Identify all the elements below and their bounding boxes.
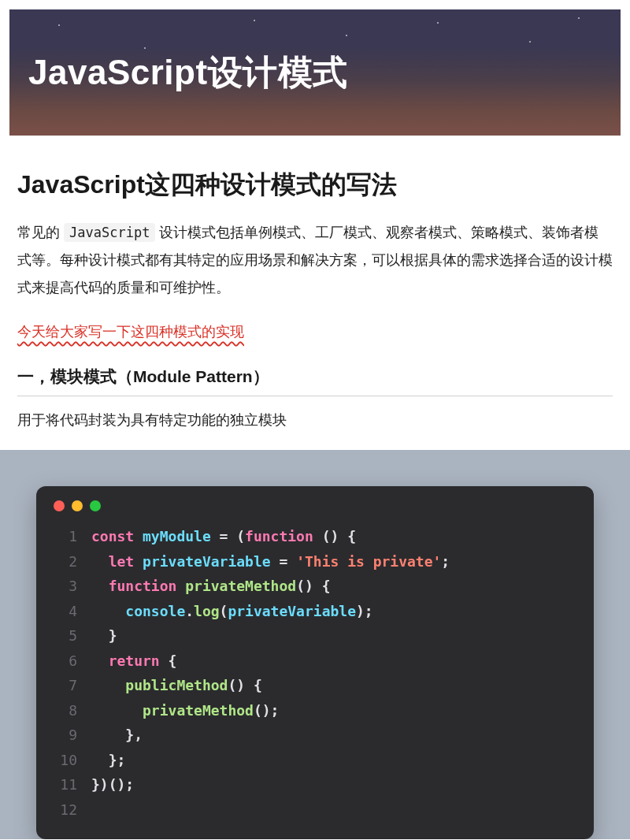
section-1-desc: 用于将代码封装为具有特定功能的独立模块 bbox=[17, 407, 613, 433]
code-content: let privateVariable = 'This is private'; bbox=[91, 549, 450, 574]
code-content: function privateMethod() { bbox=[91, 574, 330, 599]
code-frame: 1const myModule = (function () {2 let pr… bbox=[0, 450, 630, 839]
section-1-heading: 一，模块模式（Module Pattern） bbox=[17, 366, 613, 396]
line-number: 8 bbox=[54, 698, 77, 723]
code-line: 11})(); bbox=[54, 772, 576, 797]
code-line: 8 privateMethod(); bbox=[54, 698, 576, 723]
line-number: 10 bbox=[54, 748, 77, 773]
code-content: })(); bbox=[91, 772, 134, 797]
code-window: 1const myModule = (function () {2 let pr… bbox=[36, 486, 594, 839]
line-number: 9 bbox=[54, 723, 77, 748]
code-line: 10 }; bbox=[54, 748, 576, 773]
intro-prefix: 常见的 bbox=[17, 225, 64, 240]
line-number: 2 bbox=[54, 549, 77, 574]
line-number: 12 bbox=[54, 797, 77, 823]
line-number: 11 bbox=[54, 772, 77, 797]
page-title: JavaScript这四种设计模式的写法 bbox=[17, 169, 613, 202]
content-area: JavaScript这四种设计模式的写法 常见的 JavaScript 设计模式… bbox=[0, 136, 630, 839]
code-line: 3 function privateMethod() { bbox=[54, 574, 576, 599]
code-content: }; bbox=[91, 748, 125, 773]
line-number: 6 bbox=[54, 649, 77, 674]
hero-banner: JavaScript设计模式 bbox=[9, 9, 621, 136]
code-content: const myModule = (function () { bbox=[91, 524, 356, 549]
highlight-text: 今天给大家写一下这四种模式的实现 bbox=[17, 321, 244, 344]
code-content: }, bbox=[91, 723, 143, 748]
window-controls bbox=[54, 500, 576, 511]
code-content: return { bbox=[91, 649, 176, 674]
code-content: } bbox=[91, 623, 117, 649]
maximize-icon bbox=[90, 500, 101, 511]
code-line: 7 publicMethod() { bbox=[54, 673, 576, 698]
code-line: 5 } bbox=[54, 623, 576, 649]
intro-paragraph: 常见的 JavaScript 设计模式包括单例模式、工厂模式、观察者模式、策略模… bbox=[17, 219, 613, 302]
code-block: 1const myModule = (function () {2 let pr… bbox=[54, 524, 576, 822]
code-content: publicMethod() { bbox=[91, 673, 262, 698]
line-number: 1 bbox=[54, 524, 77, 549]
code-line: 1const myModule = (function () { bbox=[54, 524, 576, 549]
hero-title: JavaScript设计模式 bbox=[28, 50, 348, 96]
code-line: 4 console.log(privateVariable); bbox=[54, 599, 576, 624]
code-line: 6 return { bbox=[54, 649, 576, 674]
line-number: 3 bbox=[54, 574, 77, 599]
code-content: console.log(privateVariable); bbox=[91, 599, 373, 624]
inline-code: JavaScript bbox=[64, 223, 155, 242]
minimize-icon bbox=[72, 500, 83, 511]
line-number: 4 bbox=[54, 599, 77, 624]
code-line: 12 bbox=[54, 797, 576, 823]
code-line: 2 let privateVariable = 'This is private… bbox=[54, 549, 576, 574]
line-number: 5 bbox=[54, 623, 77, 649]
code-line: 9 }, bbox=[54, 723, 576, 748]
code-content: privateMethod(); bbox=[91, 698, 279, 723]
close-icon bbox=[54, 500, 65, 511]
line-number: 7 bbox=[54, 673, 77, 698]
